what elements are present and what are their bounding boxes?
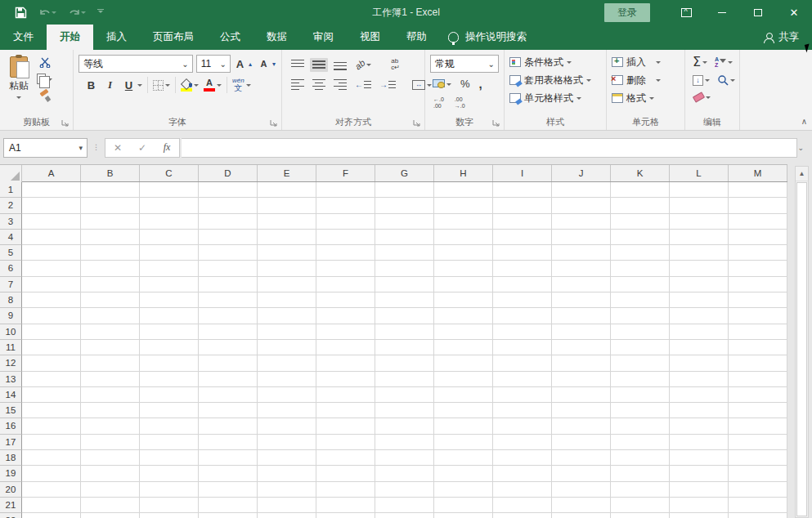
cell-A5[interactable] [22,245,81,261]
cell-B12[interactable] [81,355,140,371]
align-center-button[interactable] [310,78,328,92]
cell-L3[interactable] [670,214,729,230]
cell-C20[interactable] [140,482,199,498]
cell-J17[interactable] [552,435,611,450]
cell-M22[interactable] [729,513,787,518]
cell-K2[interactable] [611,198,670,213]
cell-G20[interactable] [375,482,434,498]
cell-E11[interactable] [258,340,316,355]
cell-M12[interactable] [729,355,787,371]
column-header-G[interactable]: G [375,165,434,181]
cell-I7[interactable] [493,277,552,292]
cell-K22[interactable] [611,513,670,518]
cell-C22[interactable] [140,513,199,518]
cell-J20[interactable] [552,482,611,498]
cell-E9[interactable] [258,308,316,324]
row-header-15[interactable]: 15 [0,403,22,418]
cell-I22[interactable] [493,513,552,518]
cell-M2[interactable] [729,198,787,213]
cell-L9[interactable] [670,308,729,324]
bold-button[interactable]: B [82,78,101,93]
cell-G22[interactable] [375,513,434,518]
cell-L12[interactable] [670,355,729,371]
cell-H11[interactable] [434,340,493,355]
cell-J8[interactable] [552,292,611,308]
tab-page-layout[interactable]: 页面布局 [140,25,207,50]
cell-H17[interactable] [434,435,493,450]
cell-B10[interactable] [81,324,140,340]
cell-J4[interactable] [552,230,611,245]
cell-L13[interactable] [670,372,729,387]
cell-E5[interactable] [258,245,316,261]
cell-A20[interactable] [22,482,81,498]
minimize-button[interactable] [704,0,740,25]
cell-F21[interactable] [316,498,375,513]
cell-D8[interactable] [199,292,258,308]
cell-B7[interactable] [81,277,140,292]
save-icon[interactable] [15,7,27,19]
cell-D10[interactable] [199,324,258,340]
cell-J3[interactable] [552,214,611,230]
cell-F5[interactable] [316,245,375,261]
cell-C7[interactable] [140,277,199,292]
cell-A1[interactable] [22,182,81,198]
cell-A22[interactable] [22,513,81,518]
cell-L15[interactable] [670,403,729,418]
cell-H1[interactable] [434,182,493,198]
cell-A4[interactable] [22,230,81,245]
borders-button[interactable] [150,78,173,92]
row-header-16[interactable]: 16 [0,418,22,434]
cell-G14[interactable] [375,387,434,403]
cell-M9[interactable] [729,308,787,324]
column-header-H[interactable]: H [434,165,493,181]
top-align-button[interactable] [289,58,307,72]
tab-insert[interactable]: 插入 [93,25,140,50]
close-button[interactable]: ✕ [776,0,812,25]
cell-L16[interactable] [670,418,729,434]
cut-button[interactable] [34,56,55,69]
vertical-scrollbar[interactable]: ▲ [795,166,809,518]
cell-H6[interactable] [434,261,493,276]
name-box[interactable]: A1 ▾ [3,138,87,158]
cell-A8[interactable] [22,292,81,308]
format-as-table-button[interactable]: 套用表格格式 [508,71,603,89]
cell-C10[interactable] [140,324,199,340]
row-header-20[interactable]: 20 [0,482,22,498]
cell-C4[interactable] [140,230,199,245]
cell-D7[interactable] [199,277,258,292]
cell-M8[interactable] [729,292,787,308]
cancel-icon[interactable]: ✕ [105,142,130,154]
cell-G21[interactable] [375,498,434,513]
cell-A15[interactable] [22,403,81,418]
sort-filter-button[interactable]: AZ [712,55,735,69]
column-header-E[interactable]: E [258,165,316,181]
cell-C14[interactable] [140,387,199,403]
cell-K3[interactable] [611,214,670,230]
cell-I12[interactable] [493,355,552,371]
tab-data[interactable]: 数据 [253,25,300,50]
cell-L8[interactable] [670,292,729,308]
bottom-align-button[interactable] [331,58,349,72]
cell-I1[interactable] [493,182,552,198]
cell-J6[interactable] [552,261,611,276]
column-header-M[interactable]: M [729,165,787,181]
cell-F18[interactable] [316,450,375,466]
cell-E13[interactable] [258,372,316,387]
cell-K19[interactable] [611,466,670,481]
comma-style-button[interactable]: , [477,75,485,92]
cell-C11[interactable] [140,340,199,355]
sign-in-button[interactable]: 登录 [604,3,650,22]
cell-B13[interactable] [81,372,140,387]
cell-K21[interactable] [611,498,670,513]
cell-C13[interactable] [140,372,199,387]
cell-H15[interactable] [434,403,493,418]
cell-E6[interactable] [258,261,316,276]
cell-C9[interactable] [140,308,199,324]
cell-B8[interactable] [81,292,140,308]
cell-M6[interactable] [729,261,787,276]
row-header-9[interactable]: 9 [0,308,22,324]
cell-F2[interactable] [316,198,375,213]
tab-help[interactable]: 帮助 [393,25,440,50]
cell-A21[interactable] [22,498,81,513]
cell-H10[interactable] [434,324,493,340]
